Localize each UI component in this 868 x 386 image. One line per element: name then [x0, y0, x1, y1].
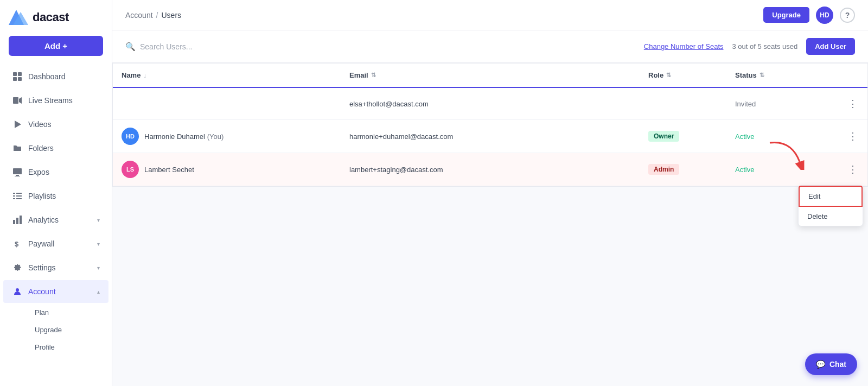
video-icon — [12, 95, 23, 106]
col-status: Status ⇅ — [726, 64, 835, 87]
row2-role-cell: Owner — [640, 123, 726, 149]
sidebar: dacast Add + Dashboard Live Streams Vide… — [0, 0, 112, 386]
svg-rect-13 — [16, 193, 22, 194]
row1-name-cell — [113, 96, 341, 111]
svg-rect-5 — [18, 77, 22, 81]
account-chevron: ▴ — [97, 289, 100, 295]
table-row: LS Lambert Sechet lambert+staging@dacast… — [113, 153, 867, 186]
status-sort-icon[interactable]: ⇅ — [760, 72, 764, 79]
col-name: Name ↓ — [113, 64, 341, 87]
delete-menu-item[interactable]: Delete — [799, 207, 863, 226]
svg-rect-16 — [13, 198, 15, 199]
sub-nav-item-profile[interactable]: Profile — [28, 339, 108, 356]
users-table: Name ↓ Email ⇅ Role ⇅ Status ⇅ — [112, 63, 868, 187]
nav-label-expos: Expos — [28, 168, 49, 176]
svg-rect-2 — [13, 72, 17, 76]
change-seats-link[interactable]: Change Number of Seats — [644, 42, 724, 50]
nav-label-playlists: Playlists — [28, 192, 56, 200]
grid-icon — [12, 71, 23, 82]
row3-actions-cell: ⋮ Edit Delete — [835, 154, 867, 185]
search-icon: 🔍 — [125, 42, 136, 52]
table-row: HD Harmonie Duhamel (You) harmonie+duham… — [113, 120, 867, 153]
nav-item-account[interactable]: Account ▴ — [3, 280, 108, 303]
row2-name-cell: HD Harmonie Duhamel (You) — [113, 120, 341, 153]
svg-rect-14 — [13, 195, 15, 197]
admin-badge: Admin — [648, 164, 679, 175]
nav-label-settings: Settings — [28, 263, 56, 272]
nav-label-dashboard: Dashboard — [28, 72, 66, 81]
svg-text:$: $ — [15, 240, 19, 248]
svg-rect-9 — [13, 168, 22, 174]
row2-email-cell: harmonie+duhamel@dacast.com — [341, 125, 640, 148]
chat-bubble-icon: 💬 — [816, 360, 825, 369]
breadcrumb-separator: / — [156, 11, 158, 20]
row2-more-button[interactable]: ⋮ — [844, 128, 862, 144]
svg-marker-7 — [19, 97, 22, 104]
monitor-icon — [12, 167, 23, 178]
chat-button[interactable]: 💬 Chat — [805, 353, 857, 375]
row1-email-cell: elsa+thollot@dacast.com — [341, 92, 640, 116]
svg-rect-6 — [13, 97, 18, 104]
upgrade-button[interactable]: Upgrade — [763, 7, 809, 23]
search-input[interactable] — [140, 42, 270, 51]
add-button[interactable]: Add + — [9, 36, 103, 56]
svg-rect-15 — [16, 195, 22, 197]
search-right: Change Number of Seats 3 out of 5 seats … — [644, 38, 855, 55]
search-left: 🔍 — [125, 42, 644, 52]
nav-label-account: Account — [28, 287, 56, 296]
row1-actions-cell: ⋮ — [835, 88, 867, 119]
nav-item-live-streams[interactable]: Live Streams — [3, 89, 108, 112]
nav-item-analytics[interactable]: Analytics ▾ — [3, 208, 108, 231]
add-user-button[interactable]: Add User — [806, 38, 855, 55]
logo-text: dacast — [33, 10, 69, 24]
row2-actions-cell: ⋮ — [835, 121, 867, 152]
folder-icon — [12, 143, 23, 154]
svg-rect-19 — [16, 218, 18, 224]
svg-rect-10 — [16, 175, 19, 176]
breadcrumb-parent[interactable]: Account — [125, 11, 153, 20]
nav-label-videos: Videos — [28, 120, 52, 129]
nav-item-dashboard[interactable]: Dashboard — [3, 65, 108, 88]
svg-rect-4 — [13, 77, 17, 81]
context-menu: Edit Delete — [798, 185, 863, 226]
svg-rect-20 — [20, 216, 22, 224]
sub-nav-item-upgrade[interactable]: Upgrade — [28, 321, 108, 338]
row1-role-cell — [640, 96, 726, 111]
row3-more-button[interactable]: ⋮ — [844, 161, 862, 178]
person-icon — [12, 286, 23, 297]
gear-icon — [12, 262, 23, 273]
svg-marker-8 — [15, 121, 21, 128]
svg-point-22 — [16, 288, 19, 292]
svg-rect-18 — [13, 220, 15, 224]
nav-item-settings[interactable]: Settings ▾ — [3, 256, 108, 279]
analytics-chevron: ▾ — [97, 217, 100, 223]
avatar-hd: HD — [122, 128, 139, 145]
row1-status-cell: Invited — [726, 92, 835, 116]
account-sub-nav: Plan Upgrade Profile — [0, 303, 112, 356]
play-icon — [12, 119, 23, 130]
help-icon[interactable]: ? — [840, 8, 855, 23]
row1-more-button[interactable]: ⋮ — [844, 96, 862, 112]
role-sort-icon[interactable]: ⇅ — [666, 72, 671, 79]
content-area: 🔍 Change Number of Seats 3 out of 5 seat… — [112, 30, 868, 386]
name-sort-icon[interactable]: ↓ — [143, 72, 146, 79]
seats-text: 3 out of 5 seats used — [732, 42, 798, 50]
nav-item-expos[interactable]: Expos — [3, 161, 108, 183]
svg-rect-12 — [13, 193, 15, 194]
nav-item-playlists[interactable]: Playlists — [3, 185, 108, 207]
edit-menu-item[interactable]: Edit — [799, 186, 863, 207]
email-sort-icon[interactable]: ⇅ — [371, 72, 376, 79]
sub-nav-item-plan[interactable]: Plan — [28, 304, 108, 321]
svg-rect-3 — [18, 72, 22, 76]
settings-chevron: ▾ — [97, 265, 100, 271]
search-bar: 🔍 Change Number of Seats 3 out of 5 seat… — [112, 30, 868, 63]
main-content: Account / Users Upgrade HD ? 🔍 Change Nu… — [112, 0, 868, 386]
nav-item-paywall[interactable]: $ Paywall ▾ — [3, 232, 108, 255]
breadcrumb: Account / Users — [125, 11, 181, 20]
nav-item-videos[interactable]: Videos — [3, 113, 108, 136]
header-actions: Upgrade HD ? — [763, 7, 855, 24]
col-role: Role ⇅ — [640, 64, 726, 87]
avatar[interactable]: HD — [816, 7, 833, 24]
nav-item-folders[interactable]: Folders — [3, 137, 108, 160]
paywall-chevron: ▾ — [97, 241, 100, 247]
